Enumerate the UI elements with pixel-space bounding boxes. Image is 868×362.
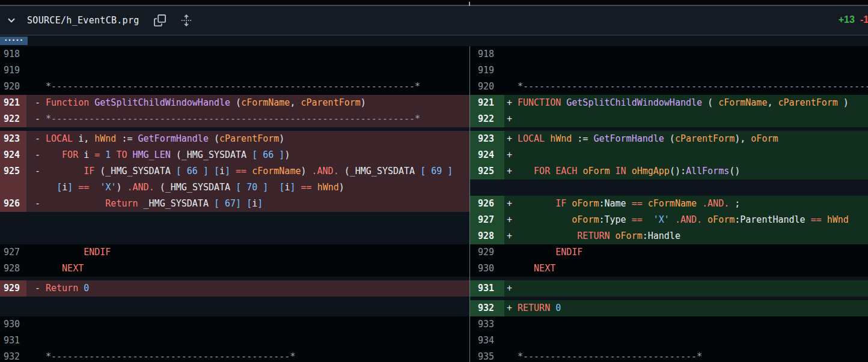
code-segment: , bbox=[290, 97, 301, 108]
code-segment bbox=[626, 166, 632, 176]
line-number[interactable]: 920 bbox=[469, 79, 504, 95]
line-number[interactable]: 927 bbox=[469, 212, 504, 228]
line-number[interactable]: 923 bbox=[469, 131, 504, 147]
code-segment bbox=[561, 97, 566, 108]
code-content[interactable] bbox=[26, 316, 469, 333]
code-segment: [ 66 ] bbox=[176, 166, 209, 176]
code-content[interactable]: *--------------------------------* bbox=[504, 349, 868, 362]
diff-line-left bbox=[0, 212, 469, 228]
code-content[interactable] bbox=[504, 333, 868, 349]
expand-region-button[interactable]: ••••• bbox=[0, 37, 28, 45]
expand-vertical-icon[interactable] bbox=[180, 14, 192, 26]
line-number[interactable]: 929 bbox=[0, 280, 26, 297]
line-number[interactable]: 931 bbox=[469, 280, 504, 297]
line-number[interactable]: 922 bbox=[0, 111, 26, 127]
diff-line-left bbox=[0, 228, 469, 244]
code-segment: i bbox=[78, 149, 94, 160]
code-content[interactable] bbox=[26, 62, 469, 79]
code-content[interactable] bbox=[26, 212, 469, 228]
line-number[interactable]: 925 bbox=[469, 163, 504, 179]
line-number[interactable]: 930 bbox=[469, 261, 504, 277]
code-content[interactable] bbox=[504, 62, 868, 79]
line-number[interactable]: 933 bbox=[469, 316, 504, 333]
diff-line-right: 929 ENDIF bbox=[469, 244, 868, 261]
code-segment: hWnd bbox=[317, 182, 339, 193]
code-content[interactable] bbox=[504, 316, 868, 333]
code-content[interactable]: *---------------------------------------… bbox=[504, 79, 868, 95]
code-segment: cParentForm bbox=[219, 133, 279, 144]
line-number[interactable]: 925 bbox=[0, 163, 26, 179]
code-segment bbox=[518, 166, 534, 176]
code-content[interactable]: ENDIF bbox=[504, 244, 868, 261]
code-content[interactable]: + RETURN oForm:Handle bbox=[504, 228, 868, 244]
line-number[interactable]: 934 bbox=[469, 333, 504, 349]
line-number[interactable]: 932 bbox=[0, 349, 26, 362]
code-content[interactable]: *---------------------------------------… bbox=[26, 79, 469, 95]
code-content[interactable]: ENDIF bbox=[26, 244, 469, 261]
line-number[interactable]: 927 bbox=[0, 244, 26, 261]
code-segment bbox=[545, 133, 550, 144]
code-segment: *---------------------------------------… bbox=[518, 81, 868, 92]
diff-marker: - bbox=[35, 280, 46, 297]
code-segment bbox=[46, 198, 105, 209]
code-content[interactable] bbox=[504, 179, 868, 196]
code-content[interactable]: -LOCAL i, hWnd := GetFormHandle (cParent… bbox=[26, 131, 469, 147]
code-content[interactable]: - Return _HMG_SYSDATA [ 67] [i] bbox=[26, 196, 469, 212]
line-number[interactable]: 922 bbox=[469, 111, 504, 127]
line-number[interactable]: 920 bbox=[0, 79, 26, 95]
diff-line-right bbox=[469, 179, 868, 196]
line-number[interactable]: 919 bbox=[0, 62, 26, 79]
line-number[interactable]: 928 bbox=[0, 261, 26, 277]
diff-row: 930933 bbox=[0, 316, 868, 333]
line-number[interactable]: 932 bbox=[469, 300, 504, 316]
code-content[interactable]: +LOCAL hWnd := GetFormHandle (cParentFor… bbox=[504, 131, 868, 147]
line-number[interactable]: 921 bbox=[0, 95, 26, 111]
code-content[interactable]: NEXT bbox=[26, 261, 469, 277]
code-content[interactable]: -*--------------------------------------… bbox=[26, 111, 469, 127]
code-segment bbox=[518, 247, 555, 258]
line-number bbox=[469, 179, 504, 196]
code-content[interactable] bbox=[26, 46, 469, 62]
line-number[interactable]: 935 bbox=[469, 349, 504, 362]
line-number[interactable]: 923 bbox=[0, 131, 26, 147]
code-content[interactable]: + bbox=[504, 280, 868, 297]
line-number[interactable]: 921 bbox=[469, 95, 504, 111]
code-content[interactable]: + IF oForm:Name == cFormName .AND. ; bbox=[504, 196, 868, 212]
line-number[interactable]: 931 bbox=[0, 333, 26, 349]
code-content[interactable]: [i] == 'X') .AND. (_HMG_SYSDATA [ 70 ] [… bbox=[26, 179, 469, 196]
line-number[interactable]: 926 bbox=[469, 196, 504, 212]
code-content[interactable]: +RETURN 0 bbox=[504, 300, 868, 316]
code-content[interactable] bbox=[504, 46, 868, 62]
code-content[interactable]: NEXT bbox=[504, 261, 868, 277]
line-number[interactable]: 918 bbox=[0, 46, 26, 62]
code-content[interactable]: -Return 0 bbox=[26, 280, 469, 297]
diff-row: 920*------------------------------------… bbox=[0, 79, 868, 95]
code-content[interactable]: + bbox=[504, 111, 868, 127]
pane-divider[interactable] bbox=[469, 46, 470, 362]
line-number[interactable]: 926 bbox=[0, 196, 26, 212]
code-content[interactable]: *---------------------------------------… bbox=[26, 349, 469, 362]
line-number[interactable]: 928 bbox=[469, 228, 504, 244]
diff-row: 924- FOR i = 1 TO HMG_LEN (_HMG_SYSDATA … bbox=[0, 147, 868, 163]
code-content[interactable]: - FOR i = 1 TO HMG_LEN (_HMG_SYSDATA [ 6… bbox=[26, 147, 469, 163]
code-content[interactable] bbox=[26, 300, 469, 316]
line-number[interactable]: 924 bbox=[469, 147, 504, 163]
code-content[interactable]: + bbox=[504, 147, 868, 163]
line-number[interactable]: 929 bbox=[469, 244, 504, 261]
line-number[interactable]: 918 bbox=[469, 46, 504, 62]
line-number[interactable]: 930 bbox=[0, 316, 26, 333]
chevron-down-icon[interactable] bbox=[6, 15, 17, 26]
line-number[interactable]: 924 bbox=[0, 147, 26, 163]
copy-icon[interactable] bbox=[154, 14, 166, 26]
code-content[interactable] bbox=[26, 333, 469, 349]
code-segment: [ bbox=[57, 182, 62, 193]
code-segment: == bbox=[236, 166, 246, 176]
line-number[interactable]: 919 bbox=[469, 62, 504, 79]
code-content[interactable] bbox=[26, 228, 469, 244]
code-content[interactable]: -Function GetSplitChildWindowHandle (cFo… bbox=[26, 95, 469, 111]
code-content[interactable]: +FUNCTION GetSplitChildWindowHandle ( cF… bbox=[504, 95, 868, 111]
code-content[interactable]: + oForm:Type == 'X' .AND. oForm:ParentHa… bbox=[504, 212, 868, 228]
code-content[interactable]: + FOR EACH oForm IN oHmgApp():AllForms() bbox=[504, 163, 868, 179]
code-content[interactable]: - IF (_HMG_SYSDATA [ 66 ] [i] == cFormNa… bbox=[26, 163, 469, 179]
code-segment: Return bbox=[105, 198, 138, 209]
